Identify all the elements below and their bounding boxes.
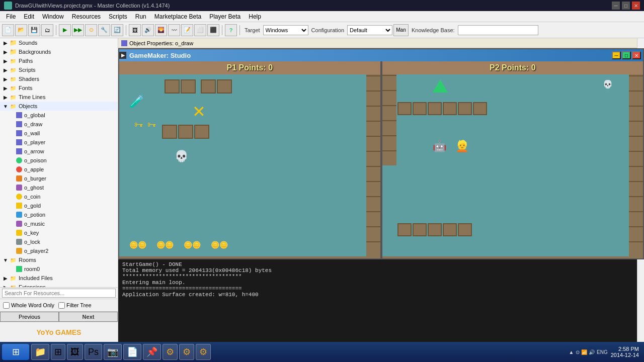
filter-tree-checkbox[interactable] xyxy=(58,302,65,309)
taskbar-app-files[interactable]: 📁 xyxy=(31,344,49,360)
whole-word-label[interactable]: Whole Word Only xyxy=(3,302,54,309)
search-input[interactable] xyxy=(2,289,116,298)
game-maximize-btn[interactable]: □ xyxy=(622,51,631,59)
maximize-button[interactable]: □ xyxy=(622,2,630,10)
game-close-btn[interactable]: ✕ xyxy=(632,51,641,59)
sidebar-item-o-lock[interactable]: o_lock xyxy=(0,237,118,246)
sidebar-item-o-arrow[interactable]: o_arrow xyxy=(0,147,118,156)
sidebar-item-o-gold[interactable]: o_gold xyxy=(0,201,118,210)
sidebar-item-extensions[interactable]: ▶ 📁 Extensions xyxy=(0,283,118,287)
sidebar-item-fonts[interactable]: ▶ 📁 Fonts xyxy=(0,83,118,93)
sidebar-item-o-ghost[interactable]: o_ghost xyxy=(0,183,118,192)
taskbar-app-photoshop[interactable]: Ps xyxy=(85,344,102,360)
sidebar-item-timelines[interactable]: ▶ 📁 Time Lines xyxy=(0,93,118,102)
minimize-button[interactable]: ─ xyxy=(612,2,620,10)
tb-obj[interactable]: ⬜ xyxy=(194,24,206,36)
tb-script[interactable]: 📝 xyxy=(181,24,193,36)
tb-debug[interactable]: ▶▶ xyxy=(72,24,84,36)
sidebar-item-rooms[interactable]: ▼ 📁 Rooms xyxy=(0,255,118,264)
tray-arrow[interactable]: ▲ xyxy=(569,349,574,355)
skull-sprite-top: 💀 xyxy=(603,79,613,89)
block xyxy=(397,102,412,115)
taskbar-app-windows[interactable]: ⊞ xyxy=(51,344,65,360)
knowledge-base-input[interactable] xyxy=(458,25,538,35)
taskbar-app-gm3[interactable]: ⚙ xyxy=(196,344,211,360)
tb-save[interactable]: 💾 xyxy=(28,24,40,36)
sidebar-item-o-wall[interactable]: o_wall xyxy=(0,129,118,138)
sidebar-item-o-burger[interactable]: o_burger xyxy=(0,174,118,183)
expand-icon: ▶ xyxy=(2,67,9,73)
sidebar-item-backgrounds[interactable]: ▶ 📁 Backgrounds xyxy=(0,47,118,56)
config-select[interactable]: Default xyxy=(347,25,392,35)
taskbar-app-gm2[interactable]: ⚙ xyxy=(179,344,194,360)
tray-icons: ⊙ 📶 🔊 xyxy=(576,349,595,355)
block xyxy=(443,102,457,115)
sidebar-item-shaders[interactable]: ▶ 📁 Shaders xyxy=(0,74,118,83)
sidebar-item-included-files[interactable]: ▶ 📁 Included Files xyxy=(0,274,118,283)
taskbar-app-camera[interactable]: 📷 xyxy=(104,344,122,360)
sidebar-item-scripts[interactable]: ▶ 📁 Scripts xyxy=(0,65,118,74)
o-draw-icon xyxy=(16,121,22,127)
tb-new[interactable]: 📄 xyxy=(2,24,14,36)
sidebar-item-o-coin[interactable]: o_coin xyxy=(0,192,118,201)
start-button[interactable]: ⊞ xyxy=(2,344,29,360)
filter-tree-label[interactable]: Filter Tree xyxy=(58,302,92,309)
sidebar-item-sounds[interactable]: ▶ 📁 Sounds xyxy=(0,38,118,47)
close-button[interactable]: ✕ xyxy=(632,2,640,10)
tb-path[interactable]: 〰 xyxy=(168,24,180,36)
coin-4: 🪙🪙 xyxy=(211,241,228,249)
tb-bg[interactable]: 🌄 xyxy=(155,24,167,36)
tb-clean[interactable]: 🔄 xyxy=(111,24,123,36)
menu-help[interactable]: Help xyxy=(245,12,265,21)
menu-scripts[interactable]: Scripts xyxy=(105,12,131,21)
sidebar-item-o-player2[interactable]: o_player2 xyxy=(0,246,118,255)
menu-edit[interactable]: Edit xyxy=(20,12,38,21)
tb-stop[interactable]: ⊙ xyxy=(85,24,97,36)
game-content: P1 Points: 0 ✕ � xyxy=(119,61,643,258)
tb-sound[interactable]: 🔊 xyxy=(142,24,154,36)
taskbar-app-gm1[interactable]: ⚙ xyxy=(163,344,178,360)
sidebar-item-room0[interactable]: room0 xyxy=(0,264,118,274)
taskbar-app-pin[interactable]: 📌 xyxy=(143,344,161,360)
triangle-sprite xyxy=(433,79,448,93)
console-area: StartGame() - DONE Total memory used = 2… xyxy=(118,259,644,342)
taskbar-app-photos[interactable]: 🖼 xyxy=(67,344,83,360)
console-line-5: ==================================== xyxy=(122,286,640,292)
menu-marketplace[interactable]: Marketplace Beta xyxy=(150,12,205,21)
tb-run[interactable]: ▶ xyxy=(59,24,71,36)
tb-build[interactable]: 🔧 xyxy=(98,24,110,36)
o-poison-label: o_poison xyxy=(24,157,47,163)
tb-save-all[interactable]: 🗂 xyxy=(41,24,53,36)
prev-button[interactable]: Previous xyxy=(0,312,59,322)
sidebar-item-paths[interactable]: ▶ 📁 Paths xyxy=(0,56,118,65)
tb-help[interactable]: ? xyxy=(225,24,237,36)
menu-run[interactable]: Run xyxy=(131,12,150,21)
sidebar-item-o-apple[interactable]: o_apple xyxy=(0,165,118,174)
man-button[interactable]: Man xyxy=(393,24,409,36)
next-button[interactable]: Next xyxy=(59,312,118,322)
sidebar-item-o-music[interactable]: o_music xyxy=(0,219,118,228)
menu-window[interactable]: Window xyxy=(38,12,68,21)
menu-player-beta[interactable]: Player Beta xyxy=(205,12,245,21)
sidebar-item-objects[interactable]: ▼ 📁 Objects xyxy=(0,102,118,111)
game-minimize-btn[interactable]: ─ xyxy=(612,51,621,59)
yoyo-logo-bar: YoYo GAMES xyxy=(0,322,118,342)
sep3 xyxy=(222,25,222,35)
whole-word-checkbox[interactable] xyxy=(3,302,10,309)
sidebar-item-o-draw[interactable]: o_draw xyxy=(0,120,118,129)
sidebar-item-o-key[interactable]: o_key xyxy=(0,228,118,237)
sidebar-item-o-player[interactable]: o_player xyxy=(0,138,118,147)
tb-sprite[interactable]: 🖼 xyxy=(129,24,141,36)
sidebar-item-o-poison[interactable]: o_poison xyxy=(0,156,118,165)
sidebar-item-o-potion[interactable]: o_potion xyxy=(0,210,118,219)
tb-room[interactable]: ⬛ xyxy=(207,24,219,36)
o-potion-label: o_potion xyxy=(24,212,45,218)
tb-open[interactable]: 📂 xyxy=(15,24,27,36)
target-select[interactable]: Windows xyxy=(263,25,308,35)
sidebar-item-o-global[interactable]: o_global xyxy=(0,111,118,120)
menu-file[interactable]: File xyxy=(2,12,20,21)
o-player2-icon xyxy=(16,248,22,254)
taskbar-app-docs[interactable]: 📄 xyxy=(123,344,141,360)
block xyxy=(217,79,232,94)
menu-resources[interactable]: Resources xyxy=(68,12,105,21)
